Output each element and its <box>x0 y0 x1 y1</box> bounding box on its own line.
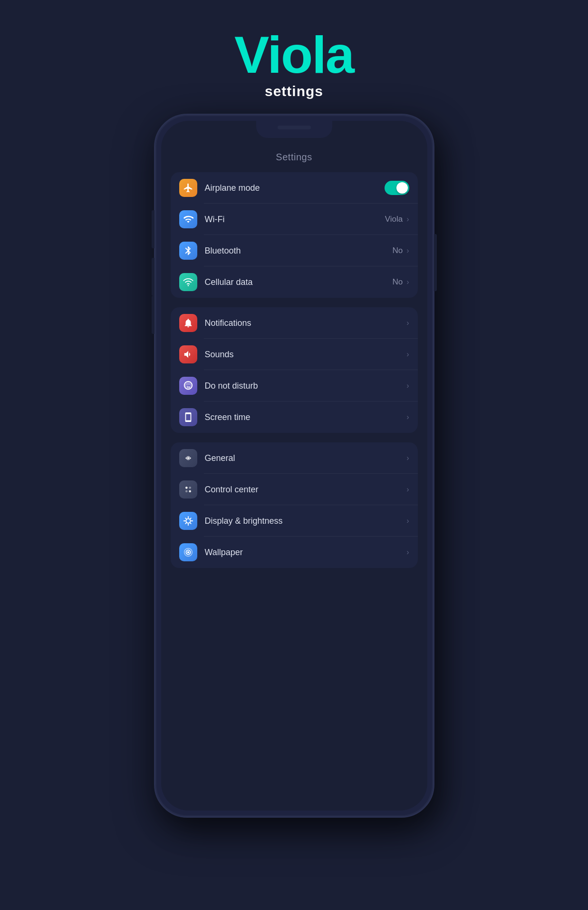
settings-row-wifi[interactable]: Wi-Fi Viola › <box>171 204 418 235</box>
app-subtitle: settings <box>265 83 323 99</box>
general-icon <box>179 449 197 467</box>
display-brightness-label: Display & brightness <box>205 516 407 526</box>
screen-time-chevron: › <box>406 413 409 421</box>
airplane-mode-toggle[interactable] <box>385 181 409 195</box>
settings-row-notifications[interactable]: Notifications › <box>171 307 418 339</box>
settings-group-system: General › Control <box>171 442 418 568</box>
sounds-label: Sounds <box>205 350 407 360</box>
screen-content: Settings Airplane mode <box>161 145 427 811</box>
phone-notch <box>256 121 332 138</box>
svg-point-8 <box>187 551 189 554</box>
sounds-icon <box>179 345 197 363</box>
cellular-icon <box>179 273 197 291</box>
cellular-chevron: › <box>406 278 409 286</box>
app-logo: Viola <box>234 29 354 81</box>
airplane-mode-label: Airplane mode <box>205 183 385 193</box>
wallpaper-chevron: › <box>406 548 409 557</box>
display-brightness-svg <box>183 516 193 526</box>
display-brightness-icon <box>179 512 197 530</box>
app-header: Viola settings <box>234 0 354 99</box>
phone-frame: Settings Airplane mode <box>154 114 434 818</box>
phone-mockup: Settings Airplane mode <box>154 114 434 818</box>
settings-row-general[interactable]: General › <box>171 442 418 474</box>
general-chevron: › <box>406 454 409 462</box>
notifications-icon <box>179 314 197 332</box>
control-center-icon <box>179 480 197 499</box>
wallpaper-label: Wallpaper <box>205 548 407 558</box>
settings-row-bluetooth[interactable]: Bluetooth No › <box>171 235 418 266</box>
svg-point-3 <box>190 458 191 459</box>
settings-group-alerts: Notifications › Sounds › <box>171 307 418 433</box>
control-center-chevron: › <box>406 485 409 494</box>
settings-row-screen-time[interactable]: Screen time › <box>171 401 418 433</box>
wifi-chevron: › <box>406 215 409 224</box>
cellular-value: No <box>392 277 403 287</box>
svg-point-5 <box>189 487 191 489</box>
screen-time-label: Screen time <box>205 412 407 422</box>
screen-title: Settings <box>171 145 418 172</box>
settings-row-sounds[interactable]: Sounds › <box>171 339 418 370</box>
general-svg <box>183 453 193 463</box>
do-not-disturb-icon <box>179 377 197 395</box>
sounds-chevron: › <box>406 350 409 359</box>
display-brightness-chevron: › <box>406 517 409 525</box>
airplane-icon <box>179 179 197 197</box>
notifications-svg <box>183 318 193 328</box>
bluetooth-label: Bluetooth <box>205 246 393 256</box>
control-center-label: Control center <box>205 485 407 495</box>
phone-speaker <box>278 126 311 129</box>
control-center-svg <box>183 484 193 495</box>
toggle-knob <box>396 182 408 194</box>
svg-point-7 <box>189 490 191 492</box>
settings-row-wallpaper[interactable]: Wallpaper › <box>171 537 418 568</box>
phone-screen: Settings Airplane mode <box>161 121 427 811</box>
wifi-icon <box>179 210 197 228</box>
wallpaper-svg <box>183 547 193 558</box>
wifi-svg <box>183 214 193 225</box>
svg-point-1 <box>187 457 189 459</box>
do-not-disturb-label: Do not disturb <box>205 381 407 391</box>
sounds-svg <box>183 349 193 360</box>
settings-row-control-center[interactable]: Control center › <box>171 474 418 505</box>
cellular-svg <box>183 277 193 287</box>
screen-time-svg <box>183 412 193 422</box>
do-not-disturb-chevron: › <box>406 382 409 390</box>
svg-point-2 <box>185 458 187 459</box>
svg-point-4 <box>185 487 188 489</box>
svg-point-6 <box>185 490 188 492</box>
general-label: General <box>205 453 407 463</box>
wallpaper-icon <box>179 543 197 561</box>
bluetooth-chevron: › <box>406 246 409 255</box>
screen-time-icon <box>179 408 197 426</box>
settings-row-airplane-mode[interactable]: Airplane mode <box>171 172 418 204</box>
settings-row-cellular[interactable]: Cellular data No › <box>171 266 418 298</box>
bluetooth-value: No <box>392 246 403 255</box>
settings-row-do-not-disturb[interactable]: Do not disturb › <box>171 370 418 401</box>
bluetooth-svg <box>183 245 193 256</box>
settings-group-connectivity: Airplane mode Wi-Fi Viola <box>171 172 418 298</box>
cellular-label: Cellular data <box>205 277 393 287</box>
airplane-svg <box>183 183 193 193</box>
settings-row-display-brightness[interactable]: Display & brightness › <box>171 505 418 537</box>
notifications-label: Notifications <box>205 318 407 328</box>
do-not-disturb-svg <box>183 381 193 391</box>
wifi-value: Viola <box>385 215 403 224</box>
wifi-label: Wi-Fi <box>205 215 385 225</box>
notifications-chevron: › <box>406 319 409 327</box>
bluetooth-icon <box>179 242 197 260</box>
